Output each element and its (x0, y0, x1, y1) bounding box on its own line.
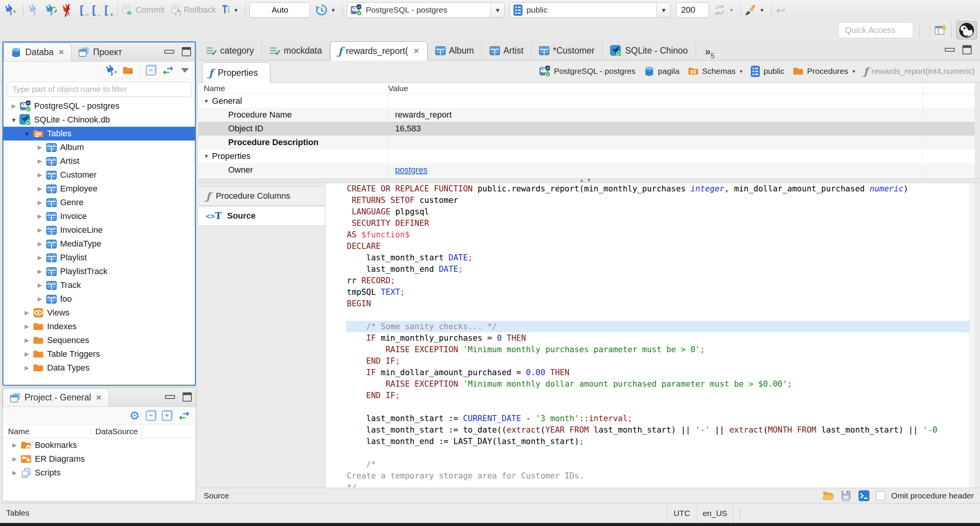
dbeaver-perspective-button[interactable] (956, 21, 977, 39)
expander-icon[interactable]: ▶ (22, 323, 32, 330)
tree-item-postgresql-postgres[interactable]: ▶PostgreSQL - postgres (3, 99, 195, 113)
tab-properties[interactable]: ƒ Properties (202, 62, 270, 83)
connect-icon[interactable] (28, 4, 39, 16)
expander-icon[interactable]: ▶ (35, 185, 45, 192)
chevron-down-icon[interactable]: ▾ (853, 68, 855, 74)
prop-column-value[interactable]: Value (388, 84, 408, 93)
expander-icon[interactable]: ▶ (22, 364, 32, 371)
nav-new-connection-icon[interactable]: + (105, 64, 116, 77)
transaction-history-button[interactable]: ▾ (315, 4, 335, 16)
tree-item-track[interactable]: ▶Track (3, 278, 195, 292)
source-scrollbar[interactable] (969, 183, 975, 488)
tree-item-sqlite-chinook-db[interactable]: ▼SQLite - Chinook.db (3, 113, 195, 127)
group-caret-icon[interactable]: ▼ (204, 98, 209, 104)
close-icon[interactable]: ✕ (413, 46, 420, 56)
fetch-size-input[interactable]: 200 (676, 2, 709, 18)
status-locale[interactable]: en_US (697, 503, 733, 523)
group-caret-icon[interactable]: ▼ (204, 153, 209, 159)
open-in-sql-console-icon[interactable] (858, 490, 870, 501)
object-filter-input[interactable]: Type part of object name to filter (7, 82, 192, 97)
editor-tab-mockdata[interactable]: mockdata (262, 41, 330, 60)
editor-tab-artist[interactable]: Artist (482, 41, 531, 60)
minimize-editor-icon[interactable] (945, 48, 955, 52)
subtab-source[interactable]: <>TSource (198, 206, 325, 226)
property-row[interactable]: ▼General (198, 94, 975, 108)
tree-item-table-triggers[interactable]: ▶Table Triggers (3, 347, 195, 361)
expander-icon[interactable]: ▶ (35, 240, 45, 247)
quick-access-input[interactable]: Quick Access (838, 22, 913, 38)
breadcrumb-item[interactable]: PostgreSQL - postgres (539, 65, 635, 77)
minimize-view-icon[interactable] (164, 50, 174, 54)
disconnect-icon[interactable] (61, 4, 73, 16)
view-menu-icon[interactable] (180, 67, 189, 74)
tree-item-data-types[interactable]: ▶Data Types (3, 361, 195, 375)
horizontal-splitter[interactable]: ▲ ▼ (198, 178, 980, 183)
tab-projects[interactable]: Проект (72, 43, 129, 61)
property-row[interactable]: Procedure Namerewards_report (198, 108, 975, 122)
expander-icon[interactable]: ▶ (35, 254, 45, 261)
status-timezone[interactable]: UTC (667, 503, 697, 523)
save-to-file-icon[interactable] (841, 490, 852, 501)
minimize-view-icon[interactable] (165, 395, 175, 399)
expander-icon[interactable]: ▶ (35, 199, 45, 206)
new-connection-icon[interactable]: + (4, 4, 15, 16)
tree-item-album[interactable]: ▶Album (3, 140, 195, 154)
omit-procedure-header-checkbox[interactable] (876, 491, 885, 500)
chevron-down-icon[interactable]: ▾ (740, 68, 742, 74)
subtab-procedure-columns[interactable]: ƒProcedure Columns (198, 186, 325, 206)
maximize-view-icon[interactable] (182, 47, 191, 56)
property-row[interactable]: ▼Properties (198, 149, 975, 163)
expander-icon[interactable]: ▼ (9, 117, 19, 123)
editor-tab-album[interactable]: Album (428, 41, 482, 60)
expander-icon[interactable]: ▶ (35, 296, 45, 302)
connection-dropdown-button[interactable]: ▼ (490, 3, 504, 17)
link-with-editor-icon[interactable] (178, 411, 190, 421)
project-settings-gear-icon[interactable]: ⚙ (129, 409, 140, 422)
maximize-editor-icon[interactable] (962, 45, 972, 54)
auto-commit-select[interactable]: Auto (250, 2, 310, 18)
expander-icon[interactable]: ▶ (35, 144, 45, 151)
tree-item-employee[interactable]: ▶Employee (3, 182, 195, 196)
tree-item-foo[interactable]: ▶foo (3, 292, 195, 306)
expander-icon[interactable]: ▶ (35, 268, 45, 275)
tree-item-views[interactable]: ▶Views (3, 306, 195, 320)
expand-all-icon[interactable]: + (162, 411, 172, 421)
collapse-all-icon[interactable]: − (146, 65, 156, 75)
close-icon[interactable]: ✕ (96, 393, 102, 402)
tree-item-tables[interactable]: ▼Tables (3, 127, 195, 140)
expander-icon[interactable]: ▶ (35, 282, 45, 289)
breadcrumb-item[interactable]: Procedures▾ (793, 67, 855, 76)
editor-tab-sqlite-chinoo[interactable]: SQLite - Chinoo (603, 41, 696, 60)
rollback-button[interactable]: Rollback (170, 5, 216, 15)
expander-icon[interactable]: ▶ (22, 337, 32, 344)
schema-dropdown-button[interactable]: ▼ (657, 3, 670, 17)
load-from-file-icon[interactable] (822, 490, 835, 501)
tree-item-genre[interactable]: ▶Genre (3, 196, 195, 209)
column-name[interactable]: Name (3, 427, 91, 436)
splitter-down-icon[interactable]: ▼ (586, 177, 591, 183)
nav-new-folder-icon[interactable]: + (122, 66, 133, 75)
expander-icon[interactable]: ▶ (22, 351, 32, 358)
project-item-scripts[interactable]: ▶Scripts (3, 466, 196, 480)
sql-editor-icon[interactable]: [⌐ (78, 3, 85, 17)
expander-icon[interactable]: ▶ (35, 213, 45, 220)
breadcrumb-item[interactable]: pagila (644, 66, 679, 77)
collapse-all-icon[interactable]: − (146, 411, 156, 421)
expander-icon[interactable]: ▼ (22, 131, 32, 137)
schema-select[interactable]: public ▼ (510, 2, 671, 18)
expander-icon[interactable]: ▶ (35, 172, 45, 178)
tree-item-invoiceline[interactable]: ▶InvoiceLine (3, 223, 195, 237)
tree-item-playlist[interactable]: ▶Playlist (3, 251, 195, 265)
project-item-er-diagrams[interactable]: ▶ER Diagrams (3, 452, 196, 466)
connection-select[interactable]: PostgreSQL - postgres ▼ (347, 2, 505, 18)
tree-item-playlisttrack[interactable]: ▶PlaylistTrack (3, 265, 195, 278)
back-history-icon[interactable]: ↩ (776, 3, 785, 17)
editor-tab-category[interactable]: category (198, 41, 262, 60)
property-row[interactable]: Object ID16,583 (198, 122, 975, 136)
expander-icon[interactable]: ▶ (9, 103, 19, 109)
editor-tab-rewards-report-[interactable]: ƒrewards_report(✕ (330, 41, 428, 60)
tree-item-mediatype[interactable]: ▶MediaType (3, 237, 195, 251)
project-item-bookmarks[interactable]: ▶★Bookmarks (3, 438, 196, 452)
prop-column-name[interactable]: Name (198, 84, 388, 93)
splitter-up-icon[interactable]: ▲ (579, 177, 584, 183)
